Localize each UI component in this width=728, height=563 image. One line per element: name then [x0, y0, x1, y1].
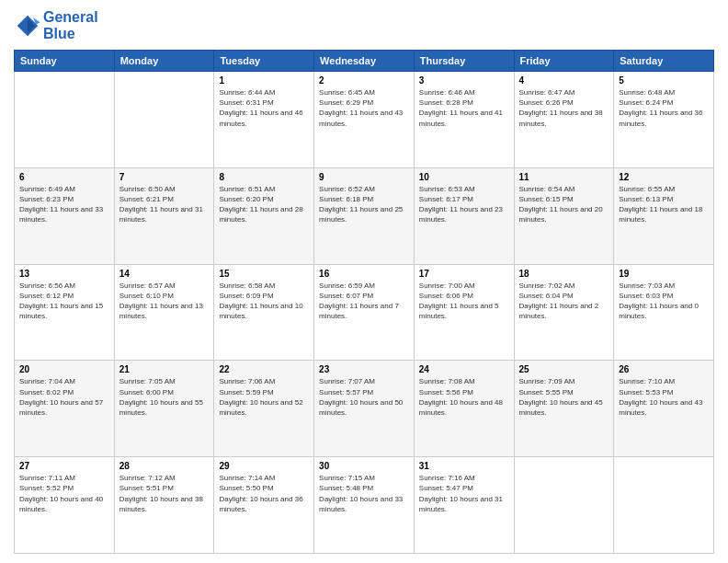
day-number: 24: [419, 364, 509, 374]
day-info: Sunrise: 7:15 AMSunset: 5:48 PMDaylight:…: [319, 473, 409, 514]
calendar-cell: [114, 72, 214, 168]
day-number: 25: [519, 364, 609, 374]
calendar-cell: 26Sunrise: 7:10 AMSunset: 5:53 PMDayligh…: [614, 361, 714, 457]
calendar-cell: 15Sunrise: 6:58 AMSunset: 6:09 PMDayligh…: [214, 264, 314, 361]
day-info: Sunrise: 7:16 AMSunset: 5:47 PMDaylight:…: [419, 473, 509, 514]
day-number: 21: [119, 364, 210, 374]
day-info: Sunrise: 7:10 AMSunset: 5:53 PMDaylight:…: [619, 376, 709, 418]
calendar-cell: 22Sunrise: 7:06 AMSunset: 5:59 PMDayligh…: [214, 361, 314, 457]
day-number: 13: [19, 269, 109, 279]
day-number: 12: [619, 172, 709, 182]
calendar-cell: 12Sunrise: 6:55 AMSunset: 6:13 PMDayligh…: [614, 167, 714, 264]
day-info: Sunrise: 6:55 AMSunset: 6:13 PMDaylight:…: [619, 184, 709, 225]
calendar-cell: 27Sunrise: 7:11 AMSunset: 5:52 PMDayligh…: [15, 457, 115, 554]
day-number: 3: [419, 75, 509, 86]
day-info: Sunrise: 6:49 AMSunset: 6:23 PMDaylight:…: [19, 184, 109, 225]
day-info: Sunrise: 6:52 AMSunset: 6:18 PMDaylight:…: [319, 184, 409, 225]
calendar-week-row: 1Sunrise: 6:44 AMSunset: 6:31 PMDaylight…: [15, 72, 714, 168]
calendar-week-row: 6Sunrise: 6:49 AMSunset: 6:23 PMDaylight…: [15, 167, 714, 264]
calendar-cell: 11Sunrise: 6:54 AMSunset: 6:15 PMDayligh…: [514, 167, 614, 264]
calendar-week-row: 27Sunrise: 7:11 AMSunset: 5:52 PMDayligh…: [15, 457, 714, 554]
day-info: Sunrise: 6:59 AMSunset: 6:07 PMDaylight:…: [319, 281, 409, 322]
day-info: Sunrise: 6:51 AMSunset: 6:20 PMDaylight:…: [219, 184, 309, 225]
calendar-cell: 25Sunrise: 7:09 AMSunset: 5:55 PMDayligh…: [514, 361, 614, 457]
calendar-cell: 28Sunrise: 7:12 AMSunset: 5:51 PMDayligh…: [114, 457, 214, 554]
calendar-cell: 7Sunrise: 6:50 AMSunset: 6:21 PMDaylight…: [114, 167, 214, 264]
day-info: Sunrise: 6:54 AMSunset: 6:15 PMDaylight:…: [519, 184, 609, 225]
calendar-cell: 5Sunrise: 6:48 AMSunset: 6:24 PMDaylight…: [614, 72, 714, 168]
day-number: 29: [219, 461, 309, 471]
calendar-cell: 30Sunrise: 7:15 AMSunset: 5:48 PMDayligh…: [314, 457, 415, 554]
calendar-cell: 20Sunrise: 7:04 AMSunset: 6:02 PMDayligh…: [15, 361, 115, 457]
weekday-header: Saturday: [614, 51, 714, 72]
day-number: 7: [119, 172, 210, 182]
calendar-cell: 13Sunrise: 6:56 AMSunset: 6:12 PMDayligh…: [15, 264, 115, 361]
day-info: Sunrise: 6:56 AMSunset: 6:12 PMDaylight:…: [19, 281, 109, 322]
calendar-cell: 1Sunrise: 6:44 AMSunset: 6:31 PMDaylight…: [214, 72, 314, 168]
day-number: 20: [19, 364, 109, 374]
day-info: Sunrise: 6:48 AMSunset: 6:24 PMDaylight:…: [619, 87, 709, 129]
day-number: 17: [419, 269, 509, 279]
calendar-cell: 19Sunrise: 7:03 AMSunset: 6:03 PMDayligh…: [614, 264, 714, 361]
day-info: Sunrise: 6:47 AMSunset: 6:26 PMDaylight:…: [519, 87, 609, 129]
calendar-cell: [614, 457, 714, 554]
calendar-cell: 16Sunrise: 6:59 AMSunset: 6:07 PMDayligh…: [314, 264, 415, 361]
calendar-cell: 2Sunrise: 6:45 AMSunset: 6:29 PMDaylight…: [314, 72, 415, 168]
weekday-header: Wednesday: [314, 51, 415, 72]
calendar-cell: 14Sunrise: 6:57 AMSunset: 6:10 PMDayligh…: [114, 264, 214, 361]
day-number: 11: [519, 172, 609, 182]
day-number: 15: [219, 269, 309, 279]
calendar-cell: 23Sunrise: 7:07 AMSunset: 5:57 PMDayligh…: [314, 361, 415, 457]
day-number: 26: [619, 364, 709, 374]
calendar-week-row: 13Sunrise: 6:56 AMSunset: 6:12 PMDayligh…: [15, 264, 714, 361]
calendar-cell: [15, 72, 115, 168]
header: General Blue: [14, 9, 714, 42]
day-info: Sunrise: 7:02 AMSunset: 6:04 PMDaylight:…: [519, 281, 609, 322]
day-info: Sunrise: 7:09 AMSunset: 5:55 PMDaylight:…: [519, 376, 609, 418]
day-info: Sunrise: 6:50 AMSunset: 6:21 PMDaylight:…: [119, 184, 210, 225]
calendar-cell: 8Sunrise: 6:51 AMSunset: 6:20 PMDaylight…: [214, 167, 314, 264]
calendar-cell: 24Sunrise: 7:08 AMSunset: 5:56 PMDayligh…: [414, 361, 514, 457]
calendar-table: SundayMondayTuesdayWednesdayThursdayFrid…: [14, 50, 714, 554]
calendar-cell: 17Sunrise: 7:00 AMSunset: 6:06 PMDayligh…: [414, 264, 514, 361]
day-info: Sunrise: 7:00 AMSunset: 6:06 PMDaylight:…: [419, 281, 509, 322]
day-number: 23: [319, 364, 409, 374]
day-number: 1: [219, 75, 309, 86]
calendar-cell: 31Sunrise: 7:16 AMSunset: 5:47 PMDayligh…: [414, 457, 514, 554]
day-number: 16: [319, 269, 409, 279]
calendar-cell: [514, 457, 614, 554]
day-info: Sunrise: 7:08 AMSunset: 5:56 PMDaylight:…: [419, 376, 509, 418]
calendar-header-row: SundayMondayTuesdayWednesdayThursdayFrid…: [15, 51, 714, 72]
day-info: Sunrise: 7:04 AMSunset: 6:02 PMDaylight:…: [19, 376, 109, 418]
day-number: 8: [219, 172, 309, 182]
weekday-header: Thursday: [414, 51, 514, 72]
weekday-header: Friday: [514, 51, 614, 72]
day-number: 30: [319, 461, 409, 471]
day-number: 22: [219, 364, 309, 374]
day-info: Sunrise: 7:11 AMSunset: 5:52 PMDaylight:…: [19, 473, 109, 514]
logo: General Blue: [14, 9, 98, 42]
calendar-cell: 18Sunrise: 7:02 AMSunset: 6:04 PMDayligh…: [514, 264, 614, 361]
calendar-cell: 6Sunrise: 6:49 AMSunset: 6:23 PMDaylight…: [15, 167, 115, 264]
calendar-week-row: 20Sunrise: 7:04 AMSunset: 6:02 PMDayligh…: [15, 361, 714, 457]
day-number: 14: [119, 269, 210, 279]
calendar-cell: 29Sunrise: 7:14 AMSunset: 5:50 PMDayligh…: [214, 457, 314, 554]
logo-icon: [14, 12, 41, 40]
weekday-header: Sunday: [15, 51, 115, 72]
logo-text: General Blue: [43, 9, 98, 42]
day-info: Sunrise: 6:44 AMSunset: 6:31 PMDaylight:…: [219, 87, 309, 129]
day-info: Sunrise: 6:53 AMSunset: 6:17 PMDaylight:…: [419, 184, 509, 225]
day-info: Sunrise: 7:03 AMSunset: 6:03 PMDaylight:…: [619, 281, 709, 322]
day-info: Sunrise: 7:07 AMSunset: 5:57 PMDaylight:…: [319, 376, 409, 418]
weekday-header: Tuesday: [214, 51, 314, 72]
day-number: 6: [19, 172, 109, 182]
day-number: 27: [19, 461, 109, 471]
calendar-cell: 9Sunrise: 6:52 AMSunset: 6:18 PMDaylight…: [314, 167, 415, 264]
weekday-header: Monday: [114, 51, 214, 72]
day-number: 28: [119, 461, 210, 471]
day-number: 10: [419, 172, 509, 182]
day-number: 18: [519, 269, 609, 279]
day-number: 9: [319, 172, 409, 182]
day-info: Sunrise: 7:06 AMSunset: 5:59 PMDaylight:…: [219, 376, 309, 418]
day-info: Sunrise: 6:57 AMSunset: 6:10 PMDaylight:…: [119, 281, 210, 322]
